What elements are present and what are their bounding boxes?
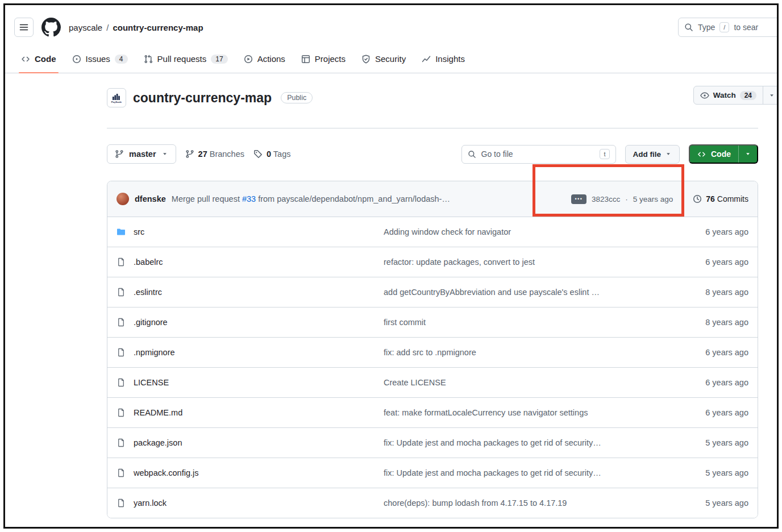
history-icon	[693, 194, 702, 203]
file-commit-message[interactable]: Create LICENSE	[384, 378, 658, 387]
file-commit-time: 8 years ago	[658, 318, 748, 327]
table-row[interactable]: webpack.config.js fix: Update jest and m…	[107, 458, 758, 488]
file-name-link[interactable]: src	[134, 227, 144, 236]
file-name-link[interactable]: .npmignore	[134, 348, 175, 357]
breadcrumb-separator: /	[106, 23, 109, 32]
file-icon	[117, 498, 126, 508]
file-commit-message[interactable]: Adding window check for navigator	[384, 227, 658, 236]
table-row[interactable]: .gitignore first commit 8 years ago	[107, 307, 758, 337]
tab-code[interactable]: Code	[13, 45, 64, 73]
code-dropdown-button[interactable]: Code	[689, 144, 758, 164]
commit-hash[interactable]: 3823ccc	[592, 195, 620, 203]
tab-label: Projects	[315, 54, 346, 64]
file-table: dfenske Merge pull request #33 from pays…	[107, 181, 758, 518]
git-branch-icon	[115, 149, 124, 159]
file-commit-message[interactable]: fix: Update jest and mocha packages to g…	[384, 468, 658, 477]
code-button-label: Code	[711, 149, 731, 159]
tags-count: 0	[267, 149, 271, 159]
breadcrumb-owner-link[interactable]: payscale	[69, 23, 102, 32]
file-toolbar: master 27 Branches	[107, 144, 758, 164]
file-name-cell: README.md	[117, 408, 384, 417]
go-to-file-input[interactable]: Go to file t	[461, 145, 616, 164]
tab-projects[interactable]: Projects	[293, 45, 353, 73]
file-commit-message[interactable]: add getCountryByAbbreviation and use pay…	[384, 288, 658, 297]
file-name-link[interactable]: .eslintrc	[134, 288, 162, 297]
commit-ellipsis-icon[interactable]: •••	[571, 194, 586, 204]
t-key-hint: t	[600, 149, 609, 159]
chevron-down-icon	[744, 151, 751, 157]
table-row[interactable]: src Adding window check for navigator 6 …	[107, 217, 758, 247]
tab-security[interactable]: Security	[353, 45, 414, 73]
commit-message-prefix: Merge pull request	[172, 194, 240, 203]
tab-pull-requests[interactable]: Pull requests 17	[136, 45, 236, 73]
tags-link[interactable]: 0 Tags	[253, 149, 291, 159]
global-header: payscale / country-currency-map Type / t…	[5, 5, 777, 45]
table-row[interactable]: .eslintrc add getCountryByAbbreviation a…	[107, 277, 758, 307]
file-commit-message[interactable]: feat: make formatLocaleCurrency use navi…	[384, 408, 658, 417]
file-name-cell: yarn.lock	[117, 498, 384, 508]
tab-issues[interactable]: Issues 4	[64, 45, 136, 73]
hamburger-menu-button[interactable]	[14, 18, 34, 37]
table-row[interactable]: LICENSE Create LICENSE 6 years ago	[107, 367, 758, 397]
file-commit-time: 8 years ago	[658, 288, 748, 297]
commit-author-link[interactable]: dfenske	[135, 194, 166, 203]
tab-actions[interactable]: Actions	[236, 45, 293, 73]
svg-text:PayScale: PayScale	[111, 101, 122, 103]
file-icon	[117, 318, 126, 327]
table-row[interactable]: yarn.lock chore(deps): bump lodash from …	[107, 488, 758, 518]
github-logo[interactable]	[41, 18, 61, 37]
file-icon	[117, 288, 126, 297]
branch-selector[interactable]: master	[107, 144, 176, 164]
pr-number-link[interactable]: #33	[242, 194, 256, 203]
file-commit-message[interactable]: fix: Update jest and mocha packages to g…	[384, 438, 658, 447]
page-title: country-currency-map	[133, 90, 272, 106]
branches-count: 27	[198, 149, 207, 159]
file-name-link[interactable]: webpack.config.js	[134, 468, 198, 477]
eye-icon	[700, 91, 709, 100]
breadcrumb-repo-link[interactable]: country-currency-map	[113, 23, 203, 32]
code-dropdown-caret[interactable]	[738, 146, 757, 163]
global-search-input[interactable]: Type / to sear	[678, 18, 779, 37]
git-pull-request-icon	[144, 55, 153, 64]
file-commit-message[interactable]: chore(deps): bump lodash from 4.17.15 to…	[384, 498, 658, 508]
branches-label: Branches	[210, 149, 244, 159]
file-name-link[interactable]: LICENSE	[134, 378, 169, 387]
tab-label: Insights	[435, 54, 465, 64]
table-row[interactable]: .npmignore fix: add src to .npmignore 6 …	[107, 337, 758, 367]
file-icon	[117, 468, 126, 477]
tab-insights[interactable]: Insights	[414, 45, 473, 73]
file-name-cell: .babelrc	[117, 257, 384, 267]
tab-label: Issues	[86, 54, 110, 64]
file-name-cell: .gitignore	[117, 318, 384, 327]
tag-icon	[253, 149, 263, 159]
file-icon	[117, 408, 126, 417]
file-name-link[interactable]: README.md	[134, 408, 182, 417]
table-row[interactable]: .babelrc refactor: update packages, conv…	[107, 247, 758, 277]
file-commit-message[interactable]: refactor: update packages, convert to je…	[384, 257, 658, 267]
breadcrumb: payscale / country-currency-map	[69, 23, 203, 32]
commit-message[interactable]: Merge pull request #33 from payscale/dep…	[172, 194, 450, 203]
dot-separator: ·	[625, 195, 628, 203]
page-frame: payscale / country-currency-map Type / t…	[3, 3, 779, 529]
tab-label: Actions	[257, 54, 285, 64]
branches-link[interactable]: 27 Branches	[185, 149, 244, 159]
commit-history-link[interactable]: 76 Commits	[693, 194, 748, 203]
table-row[interactable]: package.json fix: Update jest and mocha …	[107, 427, 758, 458]
file-name-link[interactable]: package.json	[134, 438, 182, 447]
watch-dropdown[interactable]	[763, 86, 779, 104]
watch-button[interactable]: Watch 24	[693, 86, 779, 105]
file-name-link[interactable]: .gitignore	[134, 318, 168, 327]
repo-nav: Code Issues 4 Pull requests 17	[5, 45, 777, 73]
add-file-button[interactable]: Add file	[625, 145, 680, 164]
commit-message-suffix: from payscale/dependabot/npm_and_yarn/lo…	[258, 194, 450, 203]
file-icon	[117, 438, 126, 447]
file-commit-message[interactable]: first commit	[384, 318, 658, 327]
table-row[interactable]: README.md feat: make formatLocaleCurrenc…	[107, 397, 758, 427]
file-name-link[interactable]: .babelrc	[134, 257, 163, 267]
avatar[interactable]	[117, 193, 129, 205]
search-icon	[468, 150, 476, 159]
slash-key-hint: /	[719, 22, 729, 32]
file-commit-message[interactable]: fix: add src to .npmignore	[384, 348, 658, 357]
file-name-link[interactable]: yarn.lock	[134, 498, 167, 508]
commit-time: 5 years ago	[633, 195, 673, 203]
